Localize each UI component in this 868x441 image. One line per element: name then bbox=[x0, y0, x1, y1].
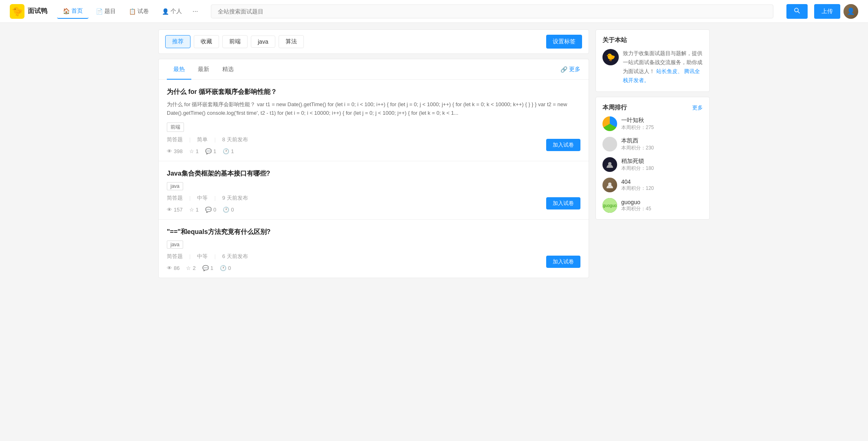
rank-score-3: 本周积分：180 bbox=[621, 165, 703, 172]
nav-profile[interactable]: 👤 个人 bbox=[156, 4, 188, 18]
comment-icon: 💬 bbox=[205, 207, 212, 213]
question-published-3: 6 天前发布 bbox=[222, 253, 248, 260]
set-tags-button[interactable]: 设置标签 bbox=[546, 35, 582, 49]
rank-score-4: 本周积分：120 bbox=[621, 185, 703, 192]
tag-algorithm[interactable]: 算法 bbox=[279, 35, 304, 48]
rank-avatar-1 bbox=[602, 116, 617, 131]
question-type-2: 简答题 bbox=[167, 194, 183, 202]
nav-more[interactable]: ··· bbox=[189, 4, 201, 18]
sidebar-right: 关于本站 🐤 致力于收集面试题目与题解，提供一站式面试备战交流服务，助你成为面试… bbox=[596, 29, 710, 278]
stat-history-3: 🕐 0 bbox=[220, 265, 231, 271]
doc-icon: 📄 bbox=[96, 8, 103, 15]
question-tags-1: 前端 bbox=[167, 122, 580, 132]
tag-frontend[interactable]: 前端 bbox=[222, 35, 248, 48]
user-avatar[interactable]: 👤 bbox=[844, 4, 858, 19]
search-area bbox=[211, 4, 773, 18]
tab-latest[interactable]: 最新 bbox=[191, 59, 216, 80]
rank-item: 稍加死锁 本周积分：180 bbox=[602, 157, 703, 172]
rank-avatar-4 bbox=[602, 178, 617, 192]
add-exam-button-3[interactable]: 加入试卷 bbox=[546, 256, 580, 268]
q-tag[interactable]: java bbox=[167, 241, 183, 249]
question-published-2: 9 天前发布 bbox=[222, 194, 248, 202]
question-footer-1: 简答题 | 简单 | 8 天前发布 👁 398 bbox=[167, 136, 580, 154]
rank-info-5: guoguo 本周积分：45 bbox=[621, 199, 703, 212]
tag-recommended[interactable]: 推荐 bbox=[165, 35, 190, 48]
rank-avatar-2 bbox=[602, 137, 617, 151]
author-link-1[interactable]: 站长鱼皮、 bbox=[656, 68, 683, 74]
more-link[interactable]: 🔗 更多 bbox=[560, 66, 580, 73]
stat-views-1: 👁 398 bbox=[167, 148, 183, 154]
rank-avatar-5: guoguo bbox=[602, 198, 617, 213]
rank-more-link[interactable]: 更多 bbox=[692, 104, 703, 111]
rank-list: 一叶知秋 本周积分：275 本凯西 本周积分：230 bbox=[602, 116, 703, 213]
stat-comments-3: 💬 1 bbox=[202, 265, 213, 271]
tag-java[interactable]: java bbox=[251, 36, 275, 48]
nav-links: 🏠 首页 📄 题目 📋 试卷 👤 个人 ··· bbox=[57, 4, 201, 19]
rank-item: 一叶知秋 本周积分：275 bbox=[602, 116, 703, 131]
rank-name-1: 一叶知秋 bbox=[621, 117, 703, 124]
stat-stars-3: ☆ 2 bbox=[186, 265, 195, 271]
question-stats-1: 👁 398 ☆ 1 💬 1 bbox=[167, 148, 248, 154]
rank-name-3: 稍加死锁 bbox=[621, 158, 703, 165]
question-footer-3: 简答题 | 中等 | 6 天前发布 👁 86 ☆ bbox=[167, 253, 580, 271]
rank-score-5: 本周积分：45 bbox=[621, 205, 703, 212]
rank-header: 本周排行 更多 bbox=[602, 104, 703, 111]
svg-line-1 bbox=[798, 12, 800, 13]
search-button[interactable] bbox=[786, 4, 808, 19]
question-footer-2: 简答题 | 中等 | 9 天前发布 👁 157 bbox=[167, 194, 580, 213]
nav-home[interactable]: 🏠 首页 bbox=[57, 4, 89, 19]
tab-selected[interactable]: 精选 bbox=[216, 59, 240, 80]
question-item: Java集合类框架的基本接口有哪些? java 简答题 | 中等 | 9 天前发… bbox=[159, 161, 589, 220]
comment-icon: 💬 bbox=[205, 148, 212, 154]
logo-icon: 🐤 bbox=[10, 4, 24, 19]
question-difficulty-3: 中等 bbox=[197, 253, 208, 260]
question-title-3[interactable]: "=="和equals方法究竟有什么区别? bbox=[167, 228, 580, 236]
question-title-2[interactable]: Java集合类框架的基本接口有哪些? bbox=[167, 169, 580, 178]
history-icon: 🕐 bbox=[220, 265, 226, 271]
star-icon: ☆ bbox=[189, 148, 194, 154]
stat-history-2: 🕐 0 bbox=[223, 207, 234, 213]
stat-history-1: 🕐 1 bbox=[223, 148, 234, 154]
navbar-right: 上传 👤 bbox=[783, 4, 858, 19]
question-item: 为什么 for 循环嵌套顺序会影响性能？ 为什么 for 循环嵌套顺序会影响性能… bbox=[159, 80, 589, 161]
tags-bar: 推荐 收藏 前端 java 算法 设置标签 bbox=[158, 29, 589, 54]
question-difficulty-2: 中等 bbox=[197, 194, 208, 202]
add-exam-button-1[interactable]: 加入试卷 bbox=[546, 139, 580, 151]
question-title-1[interactable]: 为什么 for 循环嵌套顺序会影响性能？ bbox=[167, 88, 580, 96]
stat-views-3: 👁 86 bbox=[167, 265, 179, 271]
rank-info-1: 一叶知秋 本周积分：275 bbox=[621, 117, 703, 131]
star-icon: ☆ bbox=[186, 265, 191, 271]
nav-questions[interactable]: 📄 题目 bbox=[90, 4, 122, 18]
add-exam-button-2[interactable]: 加入试卷 bbox=[546, 197, 580, 209]
upload-button[interactable]: 上传 bbox=[814, 4, 840, 19]
rank-score-2: 本周积分：230 bbox=[621, 145, 703, 151]
logo[interactable]: 🐤 面试鸭 bbox=[10, 4, 47, 19]
rank-item: guoguo guoguo 本周积分：45 bbox=[602, 198, 703, 213]
stat-views-2: 👁 157 bbox=[167, 207, 183, 213]
history-icon: 🕐 bbox=[223, 148, 229, 154]
about-site-content: 🐤 致力于收集面试题目与题解，提供一站式面试备战交流服务，助你成为面试达人！ 站… bbox=[602, 49, 703, 85]
site-avatar: 🐤 bbox=[602, 49, 619, 65]
logo-text: 面试鸭 bbox=[28, 7, 47, 16]
nav-exams[interactable]: 📋 试卷 bbox=[123, 4, 155, 18]
question-excerpt-1: 为什么 for 循环嵌套顺序会影响性能？ var t1 = new Date()… bbox=[167, 100, 580, 118]
question-item: "=="和equals方法究竟有什么区别? java 简答题 | 中等 | 6 … bbox=[159, 220, 589, 278]
tab-hot[interactable]: 最热 bbox=[167, 59, 191, 80]
question-stats-2: 👁 157 ☆ 1 💬 0 bbox=[167, 207, 248, 213]
question-tags-3: java bbox=[167, 241, 580, 249]
rank-item: 404 本周积分：120 bbox=[602, 178, 703, 192]
q-tag[interactable]: 前端 bbox=[167, 122, 184, 132]
svg-text:guoguo: guoguo bbox=[603, 204, 617, 208]
navbar: 🐤 面试鸭 🏠 首页 📄 题目 📋 试卷 👤 个人 ··· bbox=[0, 0, 868, 23]
site-description: 致力于收集面试题目与题解，提供一站式面试备战交流服务，助你成为面试达人！ 站长鱼… bbox=[623, 49, 703, 85]
weekly-rank-card: 本周排行 更多 一叶知秋 本周积分：275 本凯西 本周积分：230 bbox=[596, 97, 710, 220]
search-input[interactable] bbox=[211, 4, 773, 18]
question-type-1: 简答题 bbox=[167, 136, 183, 143]
paper-icon: 📋 bbox=[129, 8, 136, 15]
rank-info-2: 本凯西 本周积分：230 bbox=[621, 137, 703, 151]
about-site-card: 关于本站 🐤 致力于收集面试题目与题解，提供一站式面试备战交流服务，助你成为面试… bbox=[596, 29, 710, 92]
tag-collected[interactable]: 收藏 bbox=[194, 35, 219, 48]
q-tag[interactable]: java bbox=[167, 182, 183, 190]
question-difficulty-1: 简单 bbox=[197, 136, 208, 143]
rank-score-1: 本周积分：275 bbox=[621, 124, 703, 131]
